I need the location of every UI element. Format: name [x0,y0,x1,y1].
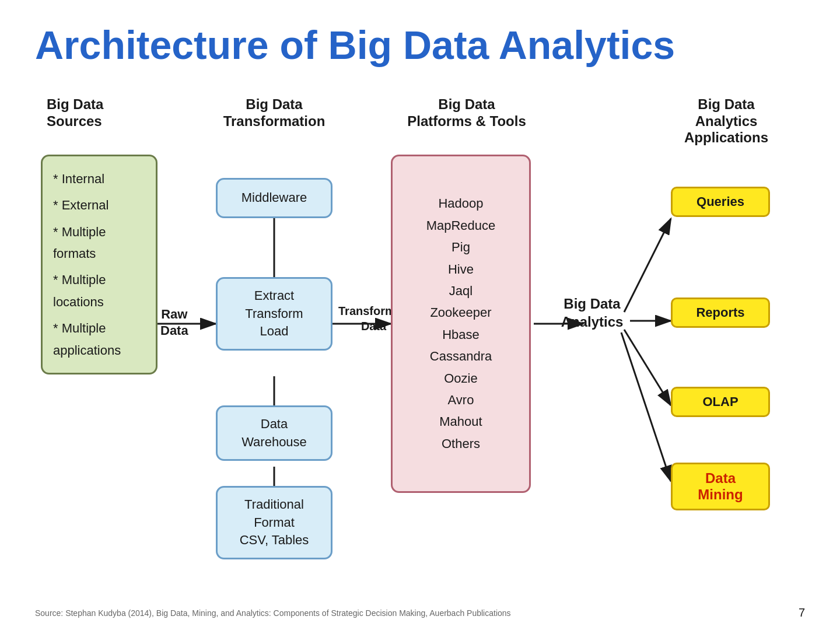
source-item-applications: * Multipleapplications [53,317,145,361]
transform-header: Big DataTransformation [204,96,344,142]
platform-mapreduce: MapReduce [426,215,496,236]
footer-source: Source: Stephan Kudyba (2014), Big Data,… [35,608,511,618]
platform-cassandra: Cassandra [430,345,492,367]
diagram: Big DataSources Big DataTransformation B… [35,96,805,540]
big-data-analytics-label: Big DataAnalytics [542,295,642,331]
apps-header: Big DataAnalyticsApplications [668,96,785,158]
etl-box: ExtractTransformLoad [216,277,332,351]
platform-hadoop: Hadoop [438,192,483,214]
middleware-box: Middleware [216,178,332,218]
page-number: 7 [799,606,805,620]
footer: Source: Stephan Kudyba (2014), Big Data,… [35,606,805,620]
svg-line-9 [624,330,671,405]
traditional-format-box: TraditionalFormatCSV, Tables [216,486,332,559]
data-mining-box: DataMining [671,463,770,515]
platforms-box: Hadoop MapReduce Pig Hive Jaql Zookeeper… [391,155,531,493]
sources-box: * Internal * External * Multipleformats … [41,155,158,374]
reports-box: Reports [671,298,770,332]
queries-box: Queries [671,187,770,222]
slide: Architecture of Big Data Analytics [0,0,840,630]
sources-header: Big DataSources [47,96,163,142]
platform-pig: Pig [452,236,470,258]
platform-zookeeper: Zookeeper [430,302,491,323]
platform-oozie: Oozie [444,368,477,389]
source-item-locations: * Multiplelocations [53,269,145,313]
olap-box: OLAP [671,387,770,422]
svg-line-10 [621,332,671,481]
platform-others: Others [442,433,480,454]
source-item-external: * External [53,194,145,216]
source-item-internal: * Internal [53,168,145,190]
slide-title: Architecture of Big Data Analytics [35,23,805,67]
raw-data-label: RawData [160,306,188,340]
platforms-header: Big DataPlatforms & Tools [391,96,542,142]
platform-jaql: Jaql [449,280,473,302]
platform-hbase: Hbase [442,324,480,345]
platform-hive: Hive [448,258,474,280]
platform-avro: Avro [448,389,474,411]
source-item-formats: * Multipleformats [53,221,145,265]
platform-mahout: Mahout [439,411,482,432]
data-warehouse-box: DataWarehouse [216,405,332,461]
